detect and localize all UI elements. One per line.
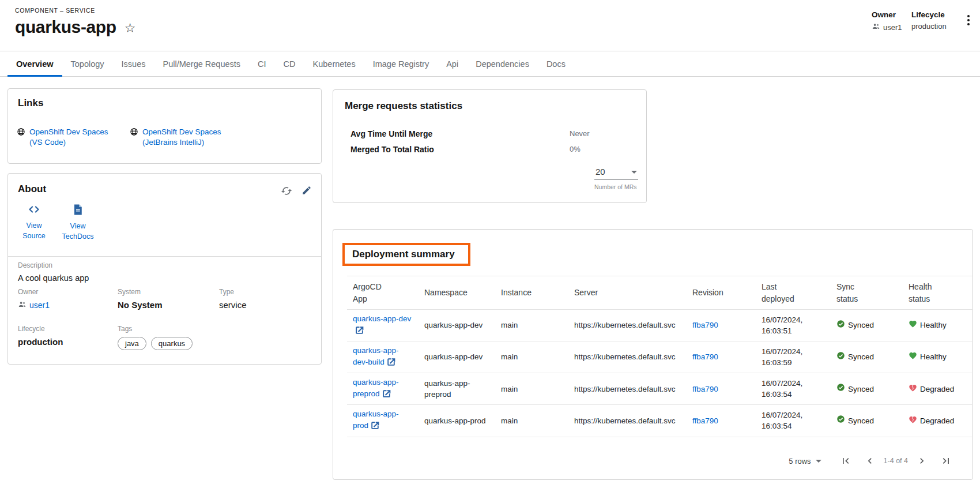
argocd-app-link[interactable]: quarkus-app-preprod	[353, 378, 399, 398]
tag-chip-java[interactable]: java	[118, 337, 146, 350]
argocd-app-link[interactable]: quarkus-app-dev	[353, 314, 411, 323]
next-page-button[interactable]	[914, 453, 930, 469]
external-link-icon[interactable]	[387, 359, 395, 368]
number-of-mrs-select[interactable]: 20	[594, 164, 638, 180]
tab-ci[interactable]: CI	[249, 51, 275, 76]
deployment-summary-card: Deployment summary ArgoCD App Namespace …	[333, 229, 973, 480]
degraded-broken-heart-icon	[909, 384, 917, 395]
tab-image-registry[interactable]: Image Registry	[364, 51, 438, 76]
type-label: Type	[219, 288, 247, 296]
system-value: No System	[118, 300, 163, 310]
health-status-text: Degraded	[920, 384, 954, 395]
owner-value[interactable]: user1	[29, 301, 50, 310]
view-source-label[interactable]: View Source	[16, 221, 52, 241]
links-card: Links OpenShift Dev Spaces (VS Code) Ope…	[7, 88, 322, 164]
server-cell: https://kubernetes.default.svc	[568, 405, 687, 437]
instance-cell: main	[495, 310, 568, 341]
col-health-status: Health status	[909, 281, 950, 305]
revision-link[interactable]: ffba790	[692, 416, 718, 425]
sync-status-text: Synced	[848, 415, 874, 427]
table-row: quarkus-app-prod quarkus-app-prod main h…	[347, 405, 973, 437]
tab-cd[interactable]: CD	[275, 51, 304, 76]
tab-pull-merge-requests[interactable]: Pull/Merge Requests	[154, 51, 249, 76]
tab-api[interactable]: Api	[438, 51, 467, 76]
col-namespace: Namespace	[424, 287, 466, 299]
revision-link[interactable]: ffba790	[692, 385, 718, 393]
page-title: quarkus-app	[15, 17, 116, 37]
last-deployed-cell: 16/07/2024, 16:03:54	[756, 405, 831, 437]
instance-cell: main	[495, 405, 568, 437]
component-page: COMPONENT – SERVICE quarkus-app ☆ Owner …	[0, 0, 980, 488]
view-source-button[interactable]: View Source	[16, 204, 52, 242]
mr-stat-label: Avg Time Until Merge	[350, 129, 570, 138]
namespace-cell: quarkus-app-preprod	[419, 373, 495, 405]
kebab-menu-icon[interactable]	[964, 14, 973, 29]
last-deployed-cell: 16/07/2024, 16:03:59	[756, 341, 831, 373]
col-instance: Instance	[501, 287, 532, 299]
server-cell: https://kubernetes.default.svc	[568, 310, 687, 341]
external-link-icon[interactable]	[371, 423, 379, 431]
description-value: A cool quarkus app	[18, 273, 89, 283]
synced-check-icon	[836, 320, 845, 332]
owner-field: Owner user1	[18, 288, 50, 311]
mr-stat-label: Merged To Total Ratio	[350, 145, 570, 154]
tab-overview[interactable]: Overview	[7, 51, 62, 76]
instance-cell: main	[495, 373, 568, 405]
health-status-text: Healthy	[920, 320, 947, 331]
tab-docs[interactable]: Docs	[538, 51, 574, 76]
chevron-down-icon	[631, 171, 637, 174]
link-openshift-devspaces-intellij[interactable]: OpenShift Dev Spaces (JetBrains IntelliJ…	[130, 127, 229, 147]
col-revision: Revision	[692, 287, 723, 299]
sync-status-text: Synced	[848, 384, 874, 395]
revision-link[interactable]: ffba790	[692, 321, 718, 329]
table-pagination: 5 rows 1-4 of 4	[789, 449, 954, 472]
col-sync-status: Sync status	[836, 281, 878, 305]
owner-value[interactable]: user1	[883, 23, 902, 32]
chevron-down-icon[interactable]	[816, 460, 821, 463]
group-icon	[18, 300, 27, 310]
tag-chip-quarkus[interactable]: quarkus	[151, 337, 193, 350]
table-row: quarkus-app-dev-build quarkus-app-dev ma…	[347, 341, 973, 373]
link-label[interactable]: OpenShift Dev Spaces (JetBrains IntelliJ…	[142, 127, 229, 147]
tab-issues[interactable]: Issues	[113, 51, 154, 76]
col-server: Server	[574, 287, 598, 299]
view-techdocs-button[interactable]: View TechDocs	[60, 204, 96, 242]
last-deployed-cell: 16/07/2024, 16:03:54	[756, 373, 831, 405]
view-techdocs-label[interactable]: View TechDocs	[60, 222, 96, 242]
revision-link[interactable]: ffba790	[692, 352, 718, 361]
namespace-cell: quarkus-app-dev	[419, 310, 495, 341]
healthy-heart-icon	[909, 351, 917, 363]
external-link-icon[interactable]	[355, 328, 364, 336]
deployment-summary-title: Deployment summary	[352, 249, 455, 260]
tab-kubernetes[interactable]: Kubernetes	[304, 51, 364, 76]
entity-tabbar: Overview Topology Issues Pull/Merge Requ…	[0, 51, 980, 77]
about-card-title: About	[18, 183, 46, 195]
link-label[interactable]: OpenShift Dev Spaces (VS Code)	[29, 127, 116, 147]
last-page-button[interactable]	[938, 453, 954, 469]
tab-dependencies[interactable]: Dependencies	[467, 51, 538, 76]
owner-link[interactable]: user1	[18, 300, 50, 310]
rows-per-page-select[interactable]: 5 rows	[789, 457, 811, 466]
server-cell: https://kubernetes.default.svc	[568, 341, 687, 373]
link-openshift-devspaces-vscode[interactable]: OpenShift Dev Spaces (VS Code)	[17, 127, 116, 147]
degraded-broken-heart-icon	[909, 415, 917, 427]
instance-cell: main	[495, 341, 568, 373]
health-status-text: Healthy	[920, 351, 947, 363]
edit-icon[interactable]	[301, 185, 312, 199]
about-card: About View Source View TechDocs Descript…	[7, 173, 322, 365]
select-value[interactable]: 20	[595, 167, 605, 177]
prev-page-button[interactable]	[862, 453, 878, 469]
favorite-star-icon[interactable]: ☆	[125, 22, 136, 35]
links-card-title: Links	[18, 97, 43, 109]
lifecycle-label: Lifecycle	[18, 325, 63, 333]
system-field: System No System	[118, 288, 163, 310]
owner-label: Owner	[18, 288, 50, 296]
tab-topology[interactable]: Topology	[62, 51, 113, 76]
first-page-button[interactable]	[838, 453, 854, 469]
description-field: Description A cool quarkus app	[18, 261, 89, 283]
mr-stats-title: Merge requests statistics	[345, 100, 462, 112]
entity-kind-label: COMPONENT – SERVICE	[15, 7, 95, 14]
refresh-icon[interactable]	[281, 185, 292, 199]
external-link-icon[interactable]	[382, 391, 391, 400]
last-deployed-cell: 16/07/2024, 16:03:51	[756, 310, 831, 341]
